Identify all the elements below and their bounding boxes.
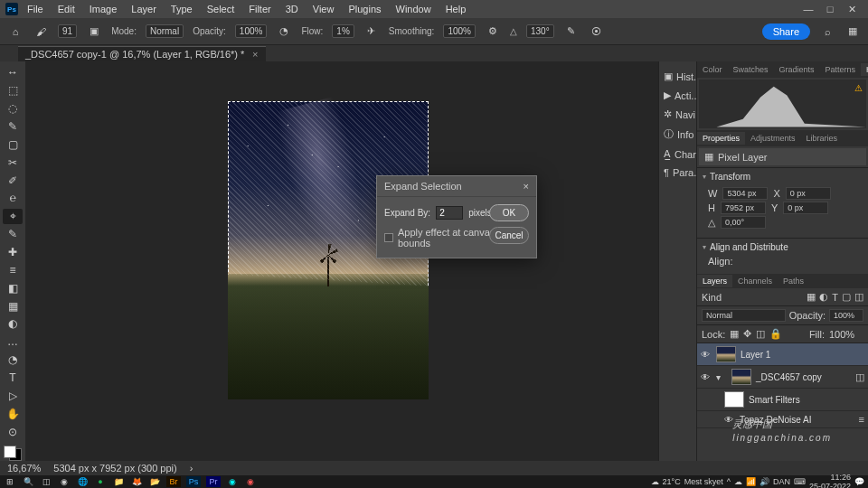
edge-icon[interactable]: 🌐 [76,476,89,487]
filter-adjust-icon[interactable]: ◐ [819,291,828,303]
menu-edit[interactable]: Edit [52,2,80,16]
tab-properties[interactable]: Properties [697,132,745,145]
app-icon-2[interactable]: ◉ [244,476,257,487]
weather-temp[interactable]: 21°C [663,477,681,486]
premiere-icon[interactable]: Pr [206,476,221,487]
canvas-bounds-checkbox[interactable] [384,233,393,242]
filter-smart-icon[interactable]: ◫ [854,291,863,303]
tray-keyboard-icon[interactable]: ⌨ [794,477,806,486]
brush-panel-icon[interactable]: ▣ [86,23,102,40]
lock-pixels-icon[interactable]: ▦ [730,328,739,340]
zoom-level[interactable]: 16,67% [7,463,41,474]
tool-hand[interactable]: ▷ [3,388,23,403]
brush-size[interactable]: 91 [58,24,77,38]
app-icon-1[interactable]: ◉ [226,476,239,487]
pressure-opacity-icon[interactable]: ◔ [276,23,292,40]
photoshop-taskbar-icon[interactable]: Ps [186,476,201,487]
tab-adjustments[interactable]: Adjustments [745,132,801,145]
menu-view[interactable]: View [307,2,340,16]
blend-mode-select[interactable]: Normal [146,24,184,38]
window-close[interactable]: ✕ [846,4,857,15]
tool-type[interactable]: ◔ [3,352,23,368]
tool-heal[interactable]: ℮ [3,191,23,206]
tray-notifications-icon[interactable]: 💬 [854,477,864,486]
start-button[interactable]: ⊞ [4,476,16,487]
share-button[interactable]: Share [762,23,810,40]
menu-window[interactable]: Window [391,2,437,16]
tray-cloud-icon[interactable]: ☁ [734,477,742,486]
menu-help[interactable]: Help [440,2,472,16]
angle-prop-input[interactable]: 0,00° [721,216,766,229]
tray-wifi-icon[interactable]: 📶 [746,477,756,486]
folder-icon[interactable]: 📁 [112,476,125,487]
tool-blur[interactable]: ▦ [3,298,23,314]
transform-header[interactable]: Transform [703,172,863,182]
menu-select[interactable]: Select [202,2,241,16]
cache-warning-icon[interactable]: ⚠ [854,83,863,93]
menu-type[interactable]: Type [165,2,198,16]
tool-history[interactable]: ✚ [3,245,23,260]
tool-move[interactable]: ↔ [3,65,23,80]
color-swatch[interactable] [4,446,22,461]
lock-artboard-icon[interactable]: ◫ [756,328,765,340]
tool-brush[interactable]: ⌖ [3,209,23,224]
brush-preset-icon[interactable]: 🖌 [33,23,49,40]
filter-pixel-icon[interactable]: ▦ [807,291,816,303]
panel-navigator[interactable]: ✲Navi... [659,105,696,124]
expand-icon[interactable]: ▾ [716,372,727,382]
smart-filters-row[interactable]: Smart Filters [697,389,868,411]
tool-path[interactable]: T [3,371,23,386]
lock-position-icon[interactable]: ✥ [743,328,751,340]
panel-info[interactable]: ⓘInfo [659,124,696,145]
tab-color[interactable]: Color [697,63,728,76]
tool-lasso[interactable]: ◌ [3,101,23,117]
menu-3d[interactable]: 3D [280,2,304,16]
tool-crop[interactable]: ▢ [3,136,23,152]
tab-gradients[interactable]: Gradients [774,63,820,76]
document-tab[interactable]: _DSC4657 copy-1 @ 16,7% (Layer 1, RGB/16… [18,46,266,61]
taskview-icon[interactable]: ◫ [40,476,52,487]
tray-time[interactable]: 11:26 [830,473,851,482]
tray-date[interactable]: 25-07-2022 [809,482,851,488]
menu-image[interactable]: Image [84,2,123,16]
tab-histogram[interactable]: Histogram [861,63,868,76]
visibility-icon[interactable]: 👁 [701,350,712,360]
expand-by-input[interactable]: 2 [436,206,463,220]
window-maximize[interactable]: □ [825,4,835,15]
filter-type-icon[interactable]: T [832,292,838,303]
weather-cond[interactable]: Mest skyet [684,477,723,486]
filter-shape-icon[interactable]: ▢ [842,291,851,303]
layer-thumbnail[interactable] [716,346,736,362]
layer-row[interactable]: 👁 ▾ _DSC4657 copy ◫ [697,366,868,389]
status-chevron-icon[interactable]: › [190,463,193,474]
y-input[interactable]: 0 px [783,202,828,214]
layer-name[interactable]: _DSC4657 copy [756,372,851,382]
tool-dodge[interactable]: ◐ [3,316,23,332]
tool-wand[interactable]: ✎ [3,119,23,135]
weather-icon[interactable]: ☁ [651,477,659,486]
canvas-area[interactable]: Expand Selection × OK Cancel Expand By: … [25,61,658,461]
tab-channels[interactable]: Channels [732,275,778,287]
layer-opacity-input[interactable]: 100% [829,309,863,322]
menu-layer[interactable]: Layer [126,2,162,16]
bridge-icon[interactable]: Br [166,476,181,487]
angle-input[interactable]: 130° [526,24,554,38]
opacity-input[interactable]: 100% [235,24,268,38]
flow-input[interactable]: 1% [332,24,354,38]
visibility-icon[interactable]: 👁 [701,372,712,382]
tool-eyedrop[interactable]: ✐ [3,173,23,188]
tray-chevron-icon[interactable]: ^ [727,477,731,486]
tab-swatches[interactable]: Swatches [728,63,774,76]
home-icon[interactable]: ⌂ [7,23,24,40]
search-taskbar-icon[interactable]: 🔍 [22,476,34,487]
pressure-size-icon[interactable]: ✎ [563,23,580,40]
tool-pen[interactable]: … [3,334,23,350]
tool-frame[interactable]: ✂ [3,155,23,170]
ok-button[interactable]: OK [489,204,529,221]
search-icon[interactable]: ⌕ [819,23,835,40]
filter-edit-icon[interactable]: ≡ [859,414,864,425]
lock-all-icon[interactable]: 🔒 [769,328,782,340]
tool-stamp[interactable]: ✎ [3,227,23,242]
explorer-icon[interactable]: 📂 [148,476,161,487]
panel-paragraph[interactable]: ¶Para... [659,164,696,182]
